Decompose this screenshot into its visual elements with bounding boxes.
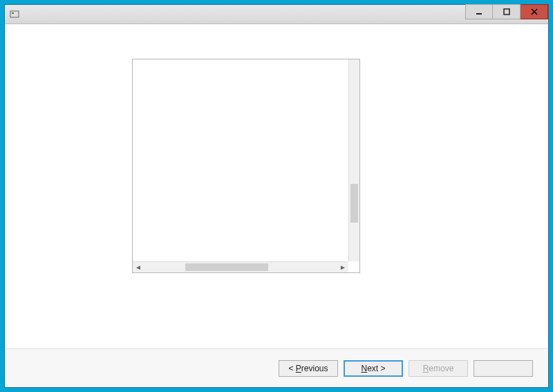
remove-button: Remove [409, 360, 468, 377]
close-button[interactable] [521, 4, 548, 19]
scrollbar-thumb[interactable] [350, 184, 358, 223]
footer: < Previous Next > Remove [5, 348, 548, 387]
wizard-window: ◄ ► < Previous Next > Remove [4, 4, 549, 388]
svg-rect-3 [504, 9, 509, 15]
scroll-left-icon[interactable]: ◄ [133, 263, 144, 271]
window-controls [465, 5, 548, 24]
titlebar[interactable] [5, 5, 548, 24]
maximize-button[interactable] [493, 4, 521, 19]
scrollbar-thumb[interactable] [185, 263, 268, 271]
header [5, 24, 548, 42]
horizontal-scrollbar[interactable]: ◄ ► [133, 261, 348, 272]
svg-rect-0 [10, 11, 19, 17]
minimize-button[interactable] [465, 4, 493, 19]
vertical-scrollbar[interactable] [348, 59, 359, 261]
roles-tree-viewport[interactable] [133, 59, 348, 261]
next-button[interactable]: Next > [344, 360, 403, 377]
content-area: ◄ ► [5, 42, 548, 348]
cancel-button[interactable] [474, 360, 533, 377]
main-panel: ◄ ► [129, 45, 548, 348]
app-icon [5, 10, 24, 19]
svg-rect-1 [12, 12, 14, 14]
wizard-steps-sidebar [5, 45, 129, 348]
roles-tree: ◄ ► [132, 59, 360, 273]
previous-button[interactable]: < Previous [279, 360, 338, 377]
scroll-right-icon[interactable]: ► [337, 263, 348, 271]
